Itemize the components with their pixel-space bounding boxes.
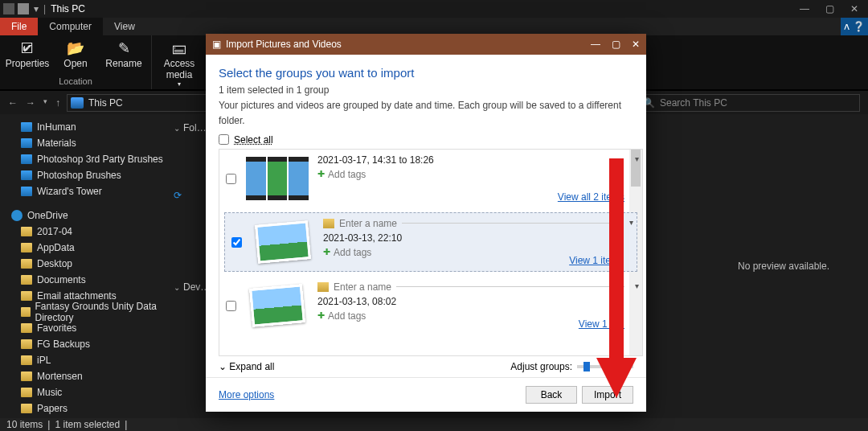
add-tags[interactable]: Add tags [317, 169, 624, 180]
import-group[interactable]: 2021-03-17, 14:31 to 18:26Add tagsView a… [219, 150, 642, 207]
photo-thumbnail [255, 220, 311, 264]
status-selected: 1 item selected [55, 419, 120, 430]
properties-button[interactable]: 🗹Properties [8, 39, 47, 69]
tab-computer[interactable]: Computer [38, 18, 103, 35]
adjust-groups-label: Adjust groups: [510, 361, 572, 372]
refresh-icon-link[interactable]: ⟳ [174, 190, 182, 201]
window-title: This PC [51, 3, 85, 14]
tree-item[interactable]: Music [0, 384, 169, 400]
tree-item[interactable]: FG Backups [0, 336, 169, 352]
tree-item[interactable]: AppData [0, 240, 169, 256]
view-all-link[interactable]: View all 2 items [558, 191, 624, 203]
open-icon: 📂 [64, 39, 87, 58]
ribbon-tabs: File Computer View ʌ ❔ [0, 18, 868, 35]
window-titlebar: ▾ | This PC — ▢ ✕ [0, 0, 868, 18]
minimize-button[interactable]: — [800, 3, 809, 14]
folder-icon [21, 259, 32, 269]
tree-item[interactable]: 2017-04 [0, 224, 169, 240]
folder-icon [21, 339, 32, 349]
dialog-titlebar[interactable]: ▣ Import Pictures and Videos — ▢ ✕ [206, 34, 646, 55]
folder-icon [21, 355, 32, 365]
maximize-button[interactable]: ▢ [825, 3, 834, 14]
rename-icon: ✎ [113, 39, 135, 58]
view-all-link[interactable]: View 1 it… [579, 318, 624, 330]
more-options-link[interactable]: More options [219, 389, 274, 400]
selectall-checkbox[interactable] [219, 134, 229, 145]
film-thumbnail [246, 157, 309, 200]
folder-tree[interactable]: InHumanMaterialsPhotoshop 3rd Party Brus… [0, 114, 169, 418]
search-input[interactable]: 🔍 Search This PC [637, 94, 860, 112]
tree-item[interactable]: Fantasy Grounds Unity Data Directory [0, 304, 169, 320]
tree-item[interactable]: Desktop [0, 256, 169, 272]
preview-pane: No preview available. [699, 114, 868, 418]
folder-icon [21, 154, 32, 164]
onedrive-icon [11, 210, 23, 221]
tree-item[interactable]: Materials [0, 135, 169, 151]
back-button[interactable]: Back [526, 386, 577, 404]
group-name-field[interactable]: Enter a name [323, 218, 619, 229]
close-button[interactable]: ✕ [850, 3, 858, 14]
folder-icon [21, 227, 32, 236]
adjust-slider[interactable] [577, 365, 633, 368]
tree-item[interactable]: Wizard's Tower [0, 183, 169, 199]
dialog-minimize[interactable]: — [591, 39, 600, 50]
folder-icon [21, 307, 31, 317]
folder-icon [21, 170, 32, 180]
group-date: 2021-03-13, 08:02 [317, 296, 624, 307]
status-bar: 10 items| 1 item selected| [0, 418, 868, 431]
import-group[interactable]: Enter a name2021-03-13, 08:02Add tagsVie… [219, 277, 642, 335]
dialog-heading: Select the groups you want to import [206, 55, 646, 83]
doc-icon [18, 3, 29, 14]
folder-icon [21, 323, 32, 333]
slider-handle[interactable] [583, 362, 590, 371]
group-list[interactable]: 2021-03-17, 14:31 to 18:26Add tagsView a… [219, 149, 643, 356]
up-arrow[interactable]: ↑ [55, 97, 60, 109]
folder-icon [3, 3, 14, 14]
media-icon: 🖴 [168, 39, 190, 58]
group-date: 2021-03-17, 14:31 to 18:26 [317, 154, 624, 166]
dialog-subline1: 1 item selected in 1 group [219, 83, 633, 98]
search-placeholder: Search This PC [660, 97, 727, 109]
tree-item[interactable]: Photoshop 3rd Party Brushes [0, 151, 169, 167]
qat-dropdown[interactable]: ▾ [34, 3, 39, 14]
back-arrow[interactable]: ← [8, 97, 18, 109]
folder-icon [317, 282, 329, 292]
access-media-button[interactable]: 🖴Access media▾ [160, 39, 199, 88]
dialog-maximize[interactable]: ▢ [612, 39, 620, 50]
import-button[interactable]: Import [582, 386, 633, 404]
expand-all[interactable]: Expand all [219, 361, 274, 372]
folder-icon [21, 291, 32, 301]
import-group[interactable]: Enter a name2021-03-13, 22:10Add tagsVie… [224, 212, 637, 272]
recent-dropdown[interactable]: ▾ [43, 97, 47, 109]
rename-button[interactable]: ✎Rename [104, 39, 143, 69]
group-menu[interactable]: ▾ [629, 218, 633, 227]
properties-icon: 🗹 [16, 39, 39, 58]
photo-thumbnail [249, 284, 305, 327]
tab-view[interactable]: View [103, 18, 146, 35]
selectall-label[interactable]: Select all [234, 134, 273, 146]
help-button[interactable]: ʌ ❔ [841, 18, 868, 35]
dialog-subline2: Your pictures and videos are grouped by … [219, 98, 633, 129]
group-name-field[interactable]: Enter a name [317, 281, 624, 293]
tree-onedrive[interactable]: OneDrive [0, 207, 169, 224]
tab-file[interactable]: File [0, 18, 38, 35]
tree-item[interactable]: iPL [0, 352, 169, 368]
open-button[interactable]: 📂Open [56, 39, 95, 69]
tree-item[interactable]: Photoshop Brushes [0, 167, 169, 183]
folder-icon [21, 243, 32, 252]
tree-item[interactable]: Documents [0, 272, 169, 288]
dialog-close[interactable]: ✕ [632, 39, 640, 50]
group-menu[interactable]: ▾ [635, 154, 639, 163]
group-date: 2021-03-13, 22:10 [323, 232, 619, 244]
group-checkbox[interactable] [231, 237, 242, 248]
group-checkbox[interactable] [226, 174, 236, 184]
tree-item[interactable]: InHuman [0, 119, 169, 135]
view-all-link[interactable]: View 1 item [569, 255, 619, 266]
group-checkbox[interactable] [226, 301, 236, 311]
group-menu[interactable]: ▾ [635, 281, 639, 290]
tree-item[interactable]: Papers [0, 400, 169, 417]
folder-icon [21, 138, 32, 148]
forward-arrow[interactable]: → [26, 97, 35, 109]
folder-icon [21, 275, 32, 285]
tree-item[interactable]: Mortensen [0, 368, 169, 384]
